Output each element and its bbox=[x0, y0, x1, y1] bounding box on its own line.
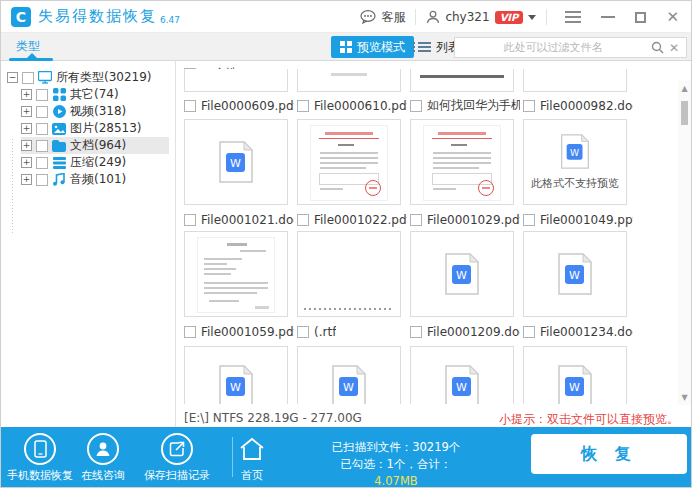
close-button[interactable]: ✕ bbox=[666, 10, 679, 25]
file-thumbnail[interactable] bbox=[297, 119, 401, 205]
file-checkbox[interactable] bbox=[184, 214, 196, 226]
file-item[interactable]: File0000609.pdf bbox=[184, 98, 294, 113]
red-stamp bbox=[365, 180, 381, 196]
mode-bar: 类型 预览模式 列表模式 ✕ bbox=[1, 33, 691, 61]
vertical-scrollbar[interactable]: ▲ ▼ bbox=[678, 81, 691, 405]
file-thumbnail[interactable] bbox=[297, 69, 401, 92]
file-thumbnail[interactable] bbox=[297, 231, 401, 317]
checkbox[interactable] bbox=[36, 174, 48, 186]
scrollbar-thumb[interactable] bbox=[681, 101, 688, 125]
file-checkbox[interactable] bbox=[410, 214, 422, 226]
file-checkbox[interactable] bbox=[184, 326, 196, 338]
file-thumbnail[interactable] bbox=[410, 69, 514, 92]
list-view-icon bbox=[418, 40, 431, 54]
save-scan-button[interactable]: 保存扫描记录 bbox=[144, 433, 210, 483]
checkbox[interactable] bbox=[36, 123, 48, 135]
file-thumbnail[interactable]: W bbox=[523, 346, 627, 404]
svg-text:W: W bbox=[456, 381, 467, 394]
checkbox[interactable] bbox=[36, 89, 48, 101]
file-thumbnail[interactable]: W bbox=[410, 346, 514, 404]
expand-icon[interactable]: + bbox=[21, 89, 32, 100]
menu-button[interactable] bbox=[565, 8, 581, 26]
file-name: 如何找回华为手机删... bbox=[427, 97, 520, 114]
file-name: File0000982.doc bbox=[540, 99, 633, 113]
file-item[interactable]: File0001049.ppt bbox=[523, 212, 633, 227]
file-checkbox[interactable] bbox=[523, 326, 535, 338]
file-checkbox[interactable] bbox=[297, 326, 309, 338]
chevron-down-icon[interactable] bbox=[528, 15, 536, 20]
tree-item-all-types[interactable]: − 所有类型(30219) bbox=[7, 69, 152, 86]
clear-search-icon[interactable]: ✕ bbox=[664, 41, 686, 55]
minimize-button[interactable] bbox=[601, 16, 615, 18]
file-thumbnail[interactable]: W bbox=[523, 231, 627, 317]
file-thumbnail[interactable]: W bbox=[297, 346, 401, 404]
file-thumbnail[interactable]: W bbox=[410, 231, 514, 317]
expand-icon[interactable]: + bbox=[21, 140, 32, 151]
tree-label: 图片(28513) bbox=[70, 120, 142, 137]
file-checkbox[interactable] bbox=[523, 214, 535, 226]
home-button[interactable]: 首页 bbox=[239, 433, 265, 483]
file-checkbox[interactable] bbox=[410, 326, 422, 338]
file-item[interactable]: (.rtf bbox=[297, 324, 407, 339]
status-line: [E:\] NTFS 228.19G - 277.00G 小提示：双击文件可以直… bbox=[184, 411, 679, 428]
home-label: 首页 bbox=[241, 468, 263, 483]
tree-item-other[interactable]: + 其它(74) bbox=[21, 86, 119, 103]
bottom-toolbar: 手机数据恢复 在线咨询 保存扫描记录 首页 已扫描到文件：30219个 已勾选：… bbox=[1, 427, 691, 487]
search-input[interactable] bbox=[455, 41, 651, 54]
selected-prefix: 已勾选：1个，合计： bbox=[341, 457, 452, 471]
scroll-down-icon[interactable]: ▼ bbox=[680, 393, 689, 402]
file-name: File0001209.doc bbox=[427, 325, 520, 339]
phone-recovery-button[interactable]: 手机数据恢复 bbox=[7, 433, 73, 483]
file-checkbox[interactable] bbox=[523, 100, 535, 112]
file-thumbnail[interactable]: W 此格式不支持预览 bbox=[523, 119, 627, 205]
preview-mode-label: 预览模式 bbox=[357, 39, 405, 56]
scroll-up-icon[interactable]: ▲ bbox=[680, 84, 689, 93]
file-item[interactable]: 如何找回华为手机删... bbox=[410, 98, 520, 113]
tree-item-image[interactable]: + 图片(28513) bbox=[21, 120, 142, 137]
file-checkbox[interactable] bbox=[297, 214, 309, 226]
tree-guides bbox=[12, 139, 13, 235]
maximize-button[interactable] bbox=[635, 12, 646, 23]
file-thumbnail[interactable]: W bbox=[184, 119, 288, 205]
file-checkbox[interactable] bbox=[297, 100, 309, 112]
file-item[interactable]: File0000610.pdf bbox=[297, 98, 407, 113]
file-thumbnail[interactable] bbox=[184, 69, 288, 92]
expand-icon[interactable]: + bbox=[21, 123, 32, 134]
checkbox[interactable] bbox=[36, 157, 48, 169]
checkbox[interactable] bbox=[36, 106, 48, 118]
partition-info: [E:\] NTFS 228.19G - 277.00G bbox=[184, 411, 362, 428]
expand-icon[interactable]: + bbox=[21, 106, 32, 117]
support-button[interactable]: 客服 bbox=[360, 9, 405, 26]
search-icon[interactable] bbox=[651, 41, 664, 54]
preview-mode-button[interactable]: 预览模式 bbox=[331, 36, 414, 58]
tree-item-document[interactable]: + 文档(964) bbox=[21, 137, 169, 154]
file-item[interactable]: File0001209.doc bbox=[410, 324, 520, 339]
tree-item-archive[interactable]: + 压缩(249) bbox=[21, 154, 126, 171]
app-logo-icon: C bbox=[11, 7, 31, 27]
file-thumbnail[interactable]: W bbox=[184, 346, 288, 404]
expand-icon[interactable]: + bbox=[21, 174, 32, 185]
file-item[interactable]: File0001029.pdf bbox=[410, 212, 520, 227]
file-checkbox[interactable] bbox=[184, 100, 196, 112]
online-support-button[interactable]: 在线咨询 bbox=[81, 433, 125, 483]
file-item[interactable]: File0001234.doc bbox=[523, 324, 633, 339]
divider bbox=[415, 9, 416, 25]
file-item[interactable]: File0001059.pdf bbox=[184, 324, 294, 339]
tree-item-video[interactable]: + 视频(318) bbox=[21, 103, 126, 120]
checkbox[interactable] bbox=[22, 72, 34, 84]
file-checkbox[interactable] bbox=[410, 100, 422, 112]
file-item[interactable]: File0001021.doc bbox=[184, 212, 294, 227]
tree-item-audio[interactable]: + 音频(101) bbox=[21, 171, 126, 188]
account-button[interactable]: chy321 VIP bbox=[426, 10, 536, 24]
file-item[interactable]: File0000982.doc bbox=[523, 98, 633, 113]
word-file-icon: W bbox=[444, 252, 480, 296]
file-thumbnail[interactable] bbox=[410, 119, 514, 205]
recover-button[interactable]: 恢 复 bbox=[531, 434, 687, 474]
file-thumbnail[interactable] bbox=[523, 69, 627, 92]
file-thumbnail[interactable] bbox=[184, 231, 288, 317]
collapse-icon[interactable]: − bbox=[7, 72, 18, 83]
checkbox[interactable] bbox=[36, 140, 48, 152]
tree-label: 文档(964) bbox=[70, 137, 126, 154]
expand-icon[interactable]: + bbox=[21, 157, 32, 168]
file-item[interactable]: File0001022.pdf bbox=[297, 212, 407, 227]
